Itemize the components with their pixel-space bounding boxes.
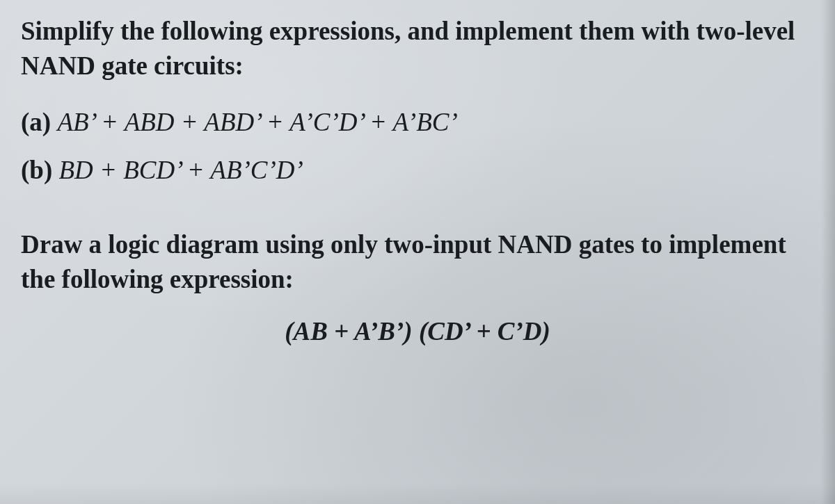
problem1-item-a: (a) AB’ + ABD + ABD’ + A’C’D’ + A’BC’ — [21, 103, 814, 142]
problem1-item-b: (b) BD + BCD’ + AB’C’D’ — [21, 151, 814, 190]
problem1-heading: Simplify the following expressions, and … — [21, 14, 814, 83]
page-bottom-shadow — [0, 483, 835, 504]
item-expression: AB’ + ABD + ABD’ + A’C’D’ + A’BC’ — [57, 108, 457, 136]
problem2-heading: Draw a logic diagram using only two-inpu… — [21, 227, 814, 297]
item-label: (a) — [21, 108, 51, 136]
item-label: (b) — [21, 156, 52, 184]
problem2-expression: (AB + A’B’) (CD’ + C’D) — [21, 316, 814, 346]
page-right-shadow — [821, 0, 835, 504]
item-expression: BD + BCD’ + AB’C’D’ — [58, 156, 303, 184]
